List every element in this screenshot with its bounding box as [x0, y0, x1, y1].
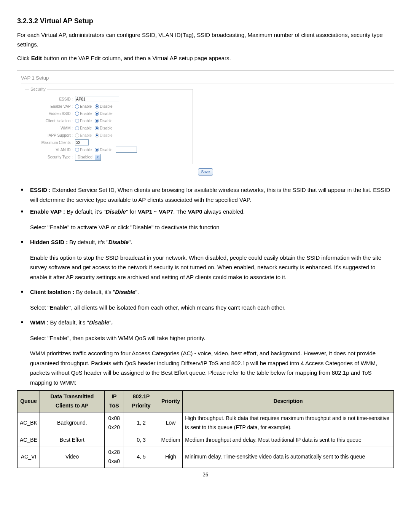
txt: By default, it's " [65, 208, 106, 215]
dot: . [112, 319, 113, 326]
label-security-type: Security Type : [29, 154, 75, 160]
table-cell: AC_VI [18, 446, 40, 468]
txt: ~ [152, 208, 159, 215]
hidden-ssid-disable-label: Disable [100, 110, 112, 117]
vap7: VAP7 [159, 208, 173, 215]
table-cell: 0, 3 [124, 434, 159, 446]
th-data: Data Transmitted Clients to AP [40, 391, 104, 412]
enable-vap-disable-label: Disable [100, 103, 112, 110]
page-number: 26 [17, 470, 394, 479]
table-cell: 1, 2 [124, 412, 159, 434]
intro-paragraph-1: For each Virtual AP, administrators can … [17, 30, 394, 50]
wmm-enable-radio[interactable] [75, 126, 79, 130]
th-priority: Priority [159, 391, 183, 412]
wmm-disable-label: Disable [100, 125, 112, 131]
bullet-essid-text: Extended Service Set ID, When clients ar… [30, 187, 390, 203]
wmm-body-1: Select "Enable", then packets with WMM Q… [30, 333, 394, 343]
th-8021p: 802.1P Priority [124, 391, 159, 412]
table-cell: Low [159, 412, 183, 434]
vap0: VAP0 [188, 208, 202, 215]
security-fieldset: Security ESSID : Enable VAP : Enable Dis… [25, 86, 193, 164]
wmm-disable-radio[interactable] [95, 126, 99, 130]
txt: always enabled. [202, 208, 245, 215]
vlan-disable-label: Disable [100, 147, 112, 153]
th-tos: IP ToS [104, 391, 124, 412]
bullet-enable-vap-label: Enable VAP : [30, 208, 65, 215]
txt: " for [126, 208, 138, 215]
bullet-hidden-ssid: Hidden SSID : By default, it's "Disable"… [17, 237, 394, 247]
label-enable-vap: Enable VAP : [29, 103, 75, 110]
hidden-ssid-enable-label: Enable [80, 110, 92, 117]
client-iso-body: Select "Enable", all clients will be iso… [30, 303, 394, 313]
label-essid: ESSID : [29, 96, 75, 102]
table-cell: 4, 5 [124, 446, 159, 468]
save-button[interactable]: Save [198, 168, 213, 176]
iapp-enable-radio[interactable] [75, 133, 79, 137]
table-cell: Background. [40, 412, 104, 434]
iapp-disable-label: Disable [100, 132, 112, 139]
disable-em: Disable [115, 289, 135, 295]
vap-setup-screenshot: VAP 1 Setup Security ESSID : Enable VAP … [17, 70, 394, 180]
intro2-a: Click [17, 55, 31, 61]
security-type-value: Disabled [75, 154, 95, 160]
iapp-disable-radio[interactable] [95, 133, 99, 137]
table-cell: 0x28 0xa0 [104, 446, 124, 468]
label-vlan-id: VLAN ID : [29, 147, 75, 153]
txt: By default, it's " [68, 239, 108, 245]
bullet-client-isolation: Client Isolation : By default, it's "Dis… [17, 287, 394, 297]
th-queue: Queue [18, 391, 40, 412]
enable-vap-body: Select "Enable" to activate VAP or click… [30, 222, 394, 232]
txt: By default, it's " [48, 319, 89, 326]
disable-em: Disable [89, 319, 109, 326]
iapp-enable-label: Enable [80, 132, 92, 139]
txt: ". [129, 239, 132, 245]
vlan-id-input[interactable] [116, 147, 137, 153]
vlan-disable-radio[interactable] [95, 148, 99, 152]
table-cell: 0x08 0x20 [104, 412, 124, 434]
max-clients-input[interactable] [75, 139, 89, 145]
bullet-hidden-ssid-label: Hidden SSID : [30, 239, 68, 245]
label-iapp: IAPP Support : [29, 132, 75, 139]
bullet-enable-vap: Enable VAP : By default, it's "Disable" … [17, 207, 394, 217]
bullet-essid-label: ESSID : [30, 187, 51, 193]
disable-em: Disable [108, 239, 129, 245]
table-cell: AC_BK [18, 412, 40, 434]
intro-paragraph-2: Click Edit button on the VAP Edit column… [17, 53, 394, 63]
vap-setup-title: VAP 1 Setup [21, 74, 394, 83]
bullet-client-iso-label: Client Isolation : [30, 289, 75, 295]
intro2-c: button on the VAP Edit column, and then … [42, 55, 231, 61]
bullet-wmm-label: WMM : [30, 319, 48, 326]
txt: ". [135, 289, 139, 295]
table-cell: High [159, 446, 183, 468]
label-client-isolation: Client Isolation : [29, 118, 75, 124]
label-max-clients: Maximum Clients : [29, 139, 75, 146]
vlan-enable-label: Enable [80, 147, 92, 153]
enable-vap-disable-radio[interactable] [95, 104, 99, 109]
txt: , all clients will be isolated from each… [71, 304, 285, 311]
table-cell: Best Effort [40, 434, 104, 446]
table-cell: Medium throughput and delay. Most tradit… [183, 434, 394, 446]
wmm-table: Queue Data Transmitted Clients to AP IP … [17, 390, 394, 468]
table-cell: High throughput. Bulk data that requires… [183, 412, 394, 434]
table-cell: Medium [159, 434, 183, 446]
vlan-enable-radio[interactable] [75, 148, 79, 152]
table-row: AC_VIVideo0x28 0xa04, 5HighMinimum delay… [18, 446, 394, 468]
wmm-enable-label: Enable [80, 125, 92, 131]
table-row: AC_BEBest Effort0, 3MediumMedium through… [18, 434, 394, 446]
hidden-ssid-disable-radio[interactable] [95, 112, 99, 116]
essid-input[interactable] [75, 96, 119, 102]
security-legend: Security [29, 86, 47, 93]
enable-vap-enable-radio[interactable] [75, 104, 79, 109]
txt: . The [173, 208, 188, 215]
chevron-down-icon: ▾ [95, 155, 100, 160]
th-description: Description [183, 391, 394, 412]
wmm-body-2: WMM prioritizes traffic according to fou… [30, 348, 394, 387]
security-type-select[interactable]: Disabled ▾ [75, 154, 101, 161]
intro2-edit: Edit [31, 55, 42, 61]
enable-bold: Enable" [49, 304, 71, 311]
txt: By default, it's " [75, 289, 115, 295]
client-iso-disable-radio[interactable] [95, 119, 99, 123]
hidden-ssid-enable-radio[interactable] [75, 112, 79, 116]
client-iso-enable-radio[interactable] [75, 119, 79, 123]
section-heading: 3.2.3.2 Virtual AP Setup [17, 15, 394, 27]
